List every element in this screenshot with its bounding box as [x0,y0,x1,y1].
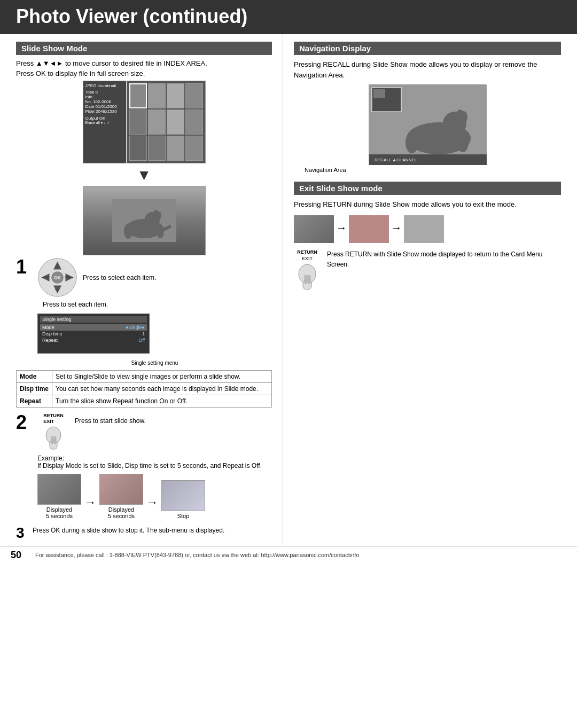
settings-table: Mode Set to Single/Slide to view single … [16,370,272,408]
example-desc: If Display Mode is set to Slide, Disp ti… [37,462,272,469]
exit-description: Press RETURN with Slide Show mode displa… [327,249,561,270]
photos-sequence: Displayed 5 seconds → Displayed 5 second… [37,474,272,519]
exit-return-row: RETURN EXIT Press RETURN with Slide Show… [294,249,561,292]
step2-press-row: RETURN EXIT Press to start slide show. [37,413,272,451]
grid-cell [148,136,166,161]
exit-label: EXIT [302,256,313,261]
slide-show-para2: Press OK to display file in full screen … [16,69,272,77]
press-set-label: Press to set each item. [43,301,272,308]
step-1-row: 1 [16,257,272,366]
table-row: Disp time You can set how many seconds e… [17,383,272,395]
photo-1-label: Displayed [46,506,72,513]
exit-thumbnails: → → [294,215,444,243]
page-footer: 50 For assistance, please call : 1-888-V… [0,546,577,564]
page-header: Photo Viewer (continued) [0,0,577,34]
hand-return-icon [294,262,321,292]
photo-3-label: Stop [177,513,190,519]
setting-key-mode: Mode [17,371,52,383]
return-exit-button: RETURN EXIT [37,413,69,451]
exit-return-button: RETURN EXIT [294,249,321,292]
dog-svg [112,199,176,242]
arrow-right-1-icon: → [84,496,96,510]
page-number: 50 [11,550,27,561]
grid-cell [185,136,203,161]
setting-value-repeat: Turn the slide show Repeat function On o… [52,395,272,408]
svg-rect-31 [373,89,385,98]
press-select-label: Press to select each item. [83,274,156,281]
photo-1-thumb [37,474,81,505]
exit-thumb-1 [294,215,334,243]
step-2-row: 2 RETURN EXIT [16,413,272,521]
setting-key-disptime: Disp time [17,383,52,395]
index-thumbnail-image: JPEG thumbnail Total 8 Info No. 102-0006… [83,81,206,163]
grid-cell [167,136,184,161]
svg-point-28 [406,132,418,153]
grid-cell [129,109,147,135]
fullscreen-dog-image [83,186,206,255]
arrow-down-icon: ▼ [16,167,272,184]
setting-row-mode: Mode ●Single● [40,324,147,331]
grid-cell [167,109,184,135]
nav-display-image: RECALL ▲CHANNEL [369,84,486,165]
exit-header: Exit Slide Show mode [294,182,561,195]
nav-display-header: Navigation Display [294,42,561,55]
svg-text:CH: CH [55,288,59,291]
dpad-icon: OK CH CH ◄VOL VOL► [37,257,77,298]
nav-display-para: Pressing RECALL during Slide Show mode a… [294,59,561,80]
setting-row-repeat: Repeat Off [40,337,147,343]
svg-text:◄VOL: ◄VOL [41,276,50,279]
step1-select-row: OK CH CH ◄VOL VOL► Press to select each … [37,257,272,298]
single-setting-menu-image: Single setting Mode ●Single● Disp time 1… [37,314,150,354]
setting-row-disp: Disp time 1 [40,331,147,337]
setting-key-repeat: Repeat [17,395,52,408]
grid-cell [129,136,147,161]
slide-show-mode-header: Slide Show Mode [16,42,272,55]
photo-3-thumb [161,480,205,511]
grid-cell [129,83,147,108]
svg-point-4 [157,212,161,219]
svg-rect-22 [54,436,56,444]
step-3-row: 3 Press OK during a slide show to stop i… [16,526,272,541]
table-row: Mode Set to Single/Slide to view single … [17,371,272,383]
left-column: Slide Show Mode Press ▲▼◄► to move curso… [0,34,283,546]
photo-3-item: Stop [161,480,205,519]
return-label: RETURN [297,249,317,255]
arrow-right-2-icon: → [146,496,158,510]
step-2-number: 2 [16,413,32,432]
example-label: Example: [37,455,272,462]
svg-point-5 [124,224,132,239]
right-column: Navigation Display Pressing RECALL durin… [283,34,577,546]
svg-text:RECALL ▲CHANNEL: RECALL ▲CHANNEL [375,158,417,162]
photo-2-sublabel: 5 seconds [108,513,135,519]
photo-2-thumb [99,474,143,505]
page-title: Photo Viewer (continued) [16,5,561,28]
grid-cell [185,109,203,135]
setting-value-mode: Set to Single/Slide to view single image… [52,371,272,383]
exit-photos-row: → → [294,215,561,243]
grid-cell [167,83,184,108]
grid-cell [185,83,203,108]
hand-icon [42,425,66,451]
grid-cell [148,83,166,108]
footer-text: For assistance, please call : 1-888-VIEW… [35,552,360,558]
nav-display-section: Navigation Display Pressing RECALL durin… [294,42,561,173]
svg-rect-36 [305,275,307,284]
svg-point-27 [460,111,467,123]
setting-value-disptime: You can set how many seconds each image … [52,383,272,395]
slide-show-para1: Press ▲▼◄► to move cursor to desired fil… [16,59,272,67]
exit-arrow-2-icon: → [391,222,402,234]
setting-title: Single setting [40,316,147,323]
svg-text:CH: CH [55,265,59,268]
exit-arrow-1-icon: → [336,222,347,234]
svg-text:VOL►: VOL► [65,276,74,279]
svg-point-29 [457,133,469,152]
grid-cell [148,109,166,135]
exit-section: Exit Slide Show mode Pressing RETURN dur… [294,182,561,292]
svg-rect-21 [51,436,53,444]
nav-area-label: Navigation Area [305,167,561,173]
exit-para: Pressing RETURN during Slide Show mode a… [294,199,561,210]
photo-2-item: Displayed 5 seconds [99,474,143,519]
exit-thumb-3 [404,215,444,243]
photo-2-label: Displayed [108,506,134,513]
step-1-number: 1 [16,257,32,277]
